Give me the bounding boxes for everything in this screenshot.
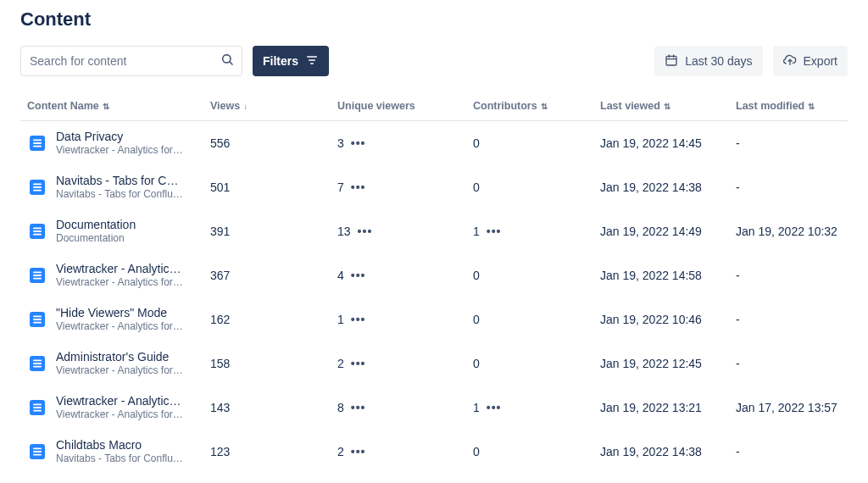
svg-rect-24	[33, 275, 42, 276]
last-modified-cell: -	[729, 297, 848, 341]
export-icon	[783, 53, 797, 69]
more-icon[interactable]: •••	[351, 313, 366, 326]
table-row[interactable]: "Hide Viewers" Mode Viewtracker - Analyt…	[20, 297, 848, 341]
export-label: Export	[804, 54, 837, 68]
col-header-views[interactable]: Views↓	[203, 93, 331, 121]
unique-value: 1	[337, 313, 344, 326]
contributors-cell: 0	[466, 297, 593, 341]
contributors-cell: 0	[466, 341, 593, 386]
table-row[interactable]: Documentation Documentation 391 13 ••• 1…	[20, 209, 848, 253]
col-header-contributors-label: Contributors	[473, 100, 537, 112]
search-wrap	[20, 46, 242, 76]
last-modified-cell: Jan 17, 2022 13:57	[729, 386, 848, 430]
content-title: Administrator's Guide	[56, 350, 183, 364]
date-range-button[interactable]: Last 30 days	[654, 46, 762, 76]
contributors-cell: 1 •••	[466, 209, 593, 253]
document-icon	[27, 133, 47, 153]
table-row[interactable]: Childtabs Macro Navitabs - Tabs for Conf…	[20, 430, 848, 474]
last-viewed-cell: Jan 19, 2022 12:45	[593, 341, 729, 386]
views-cell: 143	[203, 386, 331, 430]
col-header-contributors[interactable]: Contributors⇅	[466, 93, 593, 121]
unique-value: 8	[337, 401, 344, 414]
views-cell: 119	[203, 474, 331, 484]
svg-rect-19	[33, 227, 42, 229]
col-header-name[interactable]: Content Name⇅	[20, 93, 203, 121]
content-subtitle: Viewtracker - Analytics for ...	[56, 320, 183, 332]
more-icon[interactable]: •••	[351, 136, 366, 150]
filters-button[interactable]: Filters	[253, 46, 329, 76]
last-modified-cell: -	[729, 430, 848, 474]
last-viewed-cell: Jan 19, 2022 13:21	[593, 386, 729, 430]
unique-value: 7	[337, 180, 344, 194]
last-modified-cell: -	[729, 165, 848, 209]
more-icon[interactable]: •••	[351, 269, 366, 282]
table-row[interactable]: Viewtracker - Analytics... Viewtracker -…	[20, 386, 848, 430]
search-icon[interactable]	[220, 53, 234, 69]
last-viewed-cell: Jan 19, 2022 08:03	[593, 474, 729, 484]
search-input[interactable]	[20, 46, 242, 76]
date-range-label: Last 30 days	[685, 54, 752, 68]
more-icon[interactable]: •••	[351, 357, 366, 370]
content-title: Childtabs Macro	[56, 438, 183, 452]
name-text: Documentation Documentation	[56, 218, 136, 244]
svg-rect-32	[33, 363, 42, 364]
content-table: Content Name⇅ Views↓ Unique viewers Cont…	[20, 93, 848, 483]
svg-rect-17	[33, 189, 42, 191]
contributors-cell: 1 •••	[466, 386, 593, 430]
svg-rect-27	[33, 315, 42, 317]
contributors-cell: 0	[466, 121, 593, 165]
more-icon[interactable]: •••	[351, 401, 366, 414]
unique-viewers-cell: 2 •••	[331, 341, 466, 386]
svg-rect-15	[33, 183, 42, 185]
content-subtitle: Viewtracker - Analytics for ...	[56, 276, 183, 288]
content-subtitle: Viewtracker - Analytics for ...	[56, 408, 183, 420]
more-icon[interactable]: •••	[351, 445, 366, 458]
table-row[interactable]: Administrator's Guide Viewtracker - Anal…	[20, 341, 848, 386]
contributors-cell: 0	[466, 253, 593, 297]
last-modified-cell: Jan 19, 2022 10:32	[729, 209, 848, 253]
table-row[interactable]: Navitabs - Tabs for Con... Navitabs - Ta…	[20, 165, 848, 209]
contributors-value: 0	[473, 445, 480, 458]
table-row[interactable]: Content Report Viewtracker - Analytics f…	[20, 474, 848, 484]
more-icon[interactable]: •••	[358, 225, 373, 238]
svg-rect-5	[666, 56, 676, 65]
unique-value: 2	[337, 357, 344, 370]
unique-viewers-cell: 8 •••	[331, 386, 466, 430]
more-icon[interactable]: •••	[487, 401, 502, 414]
table-row[interactable]: Data Privacy Viewtracker - Analytics for…	[20, 121, 848, 165]
document-icon	[27, 177, 47, 197]
sort-down-icon: ↓	[243, 102, 248, 111]
table-row[interactable]: Viewtracker - Analytics... Viewtracker -…	[20, 253, 848, 297]
contributors-value: 0	[473, 357, 480, 370]
last-modified-cell: -	[729, 253, 848, 297]
unique-viewers-cell: 2 •••	[331, 474, 466, 484]
views-cell: 501	[203, 165, 331, 209]
document-icon	[27, 441, 47, 462]
last-viewed-cell: Jan 19, 2022 14:49	[593, 209, 729, 253]
unique-value: 3	[337, 136, 344, 150]
last-viewed-cell: Jan 19, 2022 14:45	[593, 121, 729, 165]
col-header-unique-label: Unique viewers	[337, 100, 415, 112]
more-icon[interactable]: •••	[351, 180, 366, 194]
content-subtitle: Viewtracker - Analytics for ...	[56, 144, 183, 156]
name-text: Childtabs Macro Navitabs - Tabs for Conf…	[56, 438, 183, 464]
content-title: Viewtracker - Analytics...	[56, 262, 183, 275]
col-header-unique[interactable]: Unique viewers	[331, 93, 466, 121]
col-header-last-viewed[interactable]: Last viewed⇅	[593, 93, 729, 121]
export-button[interactable]: Export	[773, 46, 848, 76]
col-header-last-modified[interactable]: Last modified⇅	[729, 93, 848, 121]
contributors-value: 0	[473, 269, 480, 282]
last-viewed-cell: Jan 19, 2022 14:38	[593, 430, 729, 474]
more-icon[interactable]: •••	[487, 225, 502, 238]
svg-rect-28	[33, 319, 42, 320]
calendar-icon	[665, 53, 678, 69]
svg-rect-16	[33, 186, 42, 188]
name-text: Viewtracker - Analytics... Viewtracker -…	[56, 262, 183, 288]
document-icon	[27, 221, 47, 242]
contributors-value: 1	[473, 401, 480, 414]
contributors-cell: 0	[466, 474, 593, 484]
sort-icon: ⇅	[808, 102, 815, 111]
unique-value: 13	[337, 225, 351, 238]
page-title: Content	[20, 8, 848, 31]
contributors-value: 1	[473, 225, 480, 238]
